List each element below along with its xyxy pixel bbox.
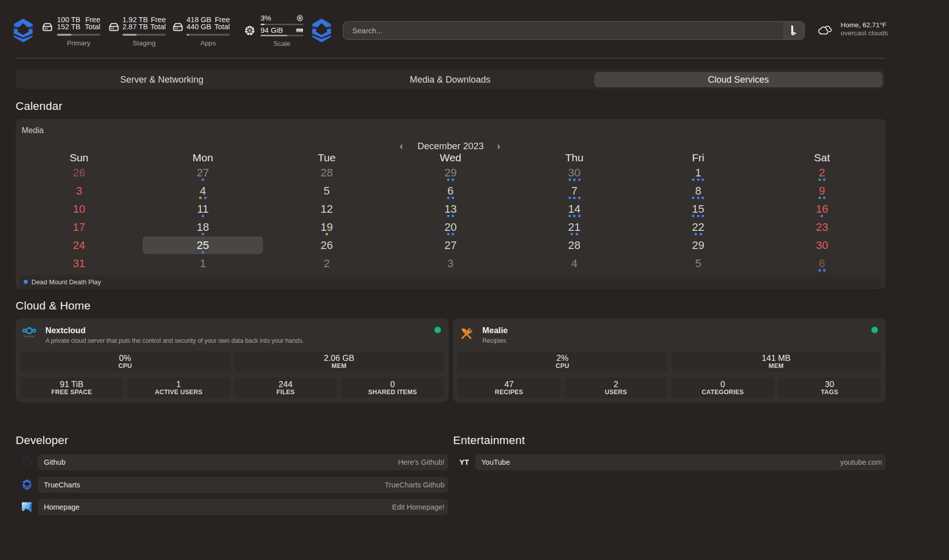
- svg-text:Nextcloud: Nextcloud: [24, 335, 35, 338]
